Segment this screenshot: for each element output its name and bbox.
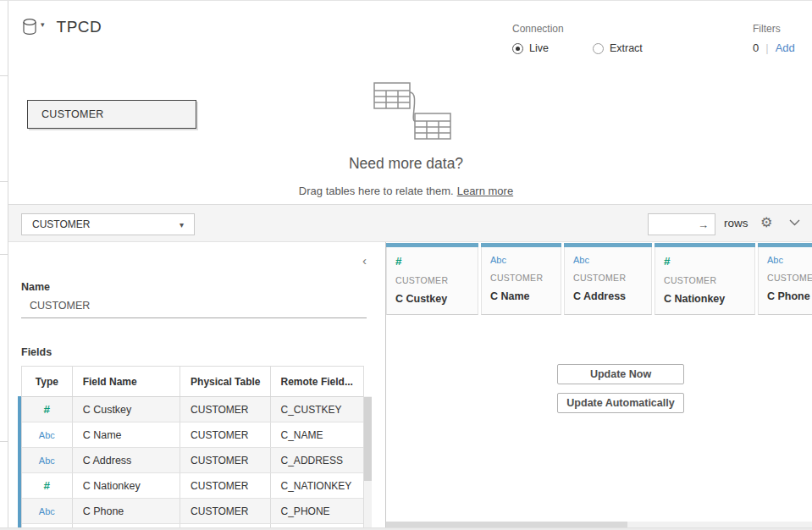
- physical-table-cell: CUSTOMER: [180, 397, 270, 422]
- rows-count-input[interactable]: [649, 215, 694, 234]
- string-type-icon: Abc: [767, 255, 812, 265]
- collapse-grid-chevron-icon[interactable]: [789, 219, 800, 226]
- grid-column-c-nationkey[interactable]: # CUSTOMER C Nationkey: [655, 243, 755, 315]
- empty-state-title: Need more data?: [0, 155, 812, 173]
- col-header-field-name[interactable]: Field Name: [73, 367, 180, 396]
- column-table-label: CUSTOMER: [767, 273, 812, 283]
- column-table-label: CUSTOMER: [395, 275, 478, 285]
- grid-column-c-address[interactable]: Abc CUSTOMER C Address: [564, 243, 652, 315]
- col-header-physical-table[interactable]: Physical Table: [180, 367, 270, 396]
- table-row[interactable]: # C Custkey CUSTOMER C_CUSTKEY: [22, 397, 363, 422]
- gutter-divider: [0, 441, 8, 442]
- learn-more-link[interactable]: Learn more: [457, 185, 513, 197]
- database-icon[interactable]: [22, 18, 39, 36]
- number-type-icon: #: [44, 479, 51, 492]
- column-table-label: CUSTOMER: [664, 275, 754, 285]
- gutter-divider: [0, 181, 8, 182]
- number-type-icon: #: [664, 255, 754, 268]
- table-row[interactable]: # C Nationkey CUSTOMER C_NATIONKEY: [22, 473, 363, 499]
- remote-field-cell: C_PHONE: [271, 499, 363, 523]
- grid-column-c-custkey[interactable]: # CUSTOMER C Custkey: [386, 243, 478, 315]
- radio-extract-circle[interactable]: [593, 43, 604, 54]
- table-name-field[interactable]: CUSTOMER: [21, 295, 367, 318]
- fields-scrollbar-thumb[interactable]: [364, 397, 372, 481]
- fields-table: Type Field Name Physical Table Remote Fi…: [21, 366, 364, 530]
- database-menu-caret-icon[interactable]: ▾: [41, 20, 45, 29]
- left-pane-edge[interactable]: [0, 1, 8, 530]
- number-type-icon: #: [44, 403, 51, 416]
- physical-table-cell: CUSTOMER: [180, 499, 270, 523]
- grid-hscrollbar-track[interactable]: [627, 522, 812, 527]
- grid-column-c-name[interactable]: Abc CUSTOMER C Name: [481, 243, 561, 315]
- datasource-header: ▾ TPCD: [22, 18, 102, 36]
- remote-field-cell: C_NATIONKEY: [271, 473, 363, 498]
- rows-label: rows: [724, 217, 748, 229]
- table-selector-value: CUSTOMER: [32, 218, 90, 230]
- field-name-cell[interactable]: C Address: [73, 448, 180, 472]
- filters-add-link[interactable]: Add: [776, 41, 795, 54]
- filters-count: 0: [753, 41, 759, 54]
- column-field-name[interactable]: C Nationkey: [664, 293, 754, 305]
- table-row[interactable]: Abc C Address CUSTOMER C_ADDRESS: [22, 448, 363, 473]
- filters-group: Filters 0 | Add: [753, 23, 795, 54]
- string-type-icon: Abc: [39, 430, 55, 440]
- rows-limit-box: →: [648, 213, 715, 235]
- datasource-page: ▾ TPCD Connection Live Extract Filters 0…: [0, 0, 812, 530]
- update-now-button[interactable]: Update Now: [557, 364, 684, 384]
- physical-table-cell: CUSTOMER: [180, 448, 270, 472]
- string-type-icon: Abc: [39, 506, 55, 516]
- filters-separator: |: [765, 41, 768, 54]
- grid-column-c-phone[interactable]: Abc CUSTOMER C Phone: [758, 243, 812, 315]
- connection-group: Connection Live Extract: [512, 23, 687, 54]
- number-type-icon: #: [395, 255, 478, 268]
- string-type-icon: Abc: [39, 455, 55, 466]
- table-selector-dropdown[interactable]: CUSTOMER ▾: [21, 213, 195, 235]
- field-name-cell[interactable]: C Custkey: [73, 397, 180, 422]
- string-type-icon: Abc: [490, 255, 561, 265]
- column-field-name[interactable]: C Phone: [767, 290, 812, 302]
- radio-live-circle[interactable]: [512, 43, 523, 54]
- fields-label: Fields: [21, 346, 52, 358]
- radio-live[interactable]: Live: [512, 42, 549, 54]
- connection-label: Connection: [512, 23, 687, 35]
- gutter-divider: [0, 75, 8, 76]
- physical-table-cell: CUSTOMER: [180, 473, 270, 498]
- col-header-remote-field[interactable]: Remote Field...: [271, 367, 363, 396]
- column-field-name[interactable]: C Name: [490, 290, 561, 302]
- rows-go-arrow-icon[interactable]: →: [698, 218, 709, 231]
- table-details-toolbar: CUSTOMER ▾ → rows ⚙: [8, 204, 812, 242]
- field-name-cell[interactable]: C Nationkey: [73, 473, 180, 498]
- radio-extract-label: Extract: [610, 42, 643, 54]
- physical-table-cell: CUSTOMER: [180, 422, 270, 447]
- canvas-table-node-customer[interactable]: CUSTOMER: [27, 100, 196, 129]
- empty-state-hint-text: Drag tables here to relate them.: [299, 185, 454, 197]
- col-header-type[interactable]: Type: [22, 367, 73, 396]
- field-name-cell[interactable]: C Phone: [73, 499, 180, 523]
- table-row[interactable]: Abc C Phone CUSTOMER C_PHONE: [22, 499, 363, 524]
- column-field-name[interactable]: C Address: [573, 290, 651, 302]
- fields-selection-accent: [18, 396, 21, 530]
- table-row[interactable]: Abc C Name CUSTOMER C_NAME: [22, 422, 363, 448]
- column-table-label: CUSTOMER: [490, 273, 561, 283]
- column-field-name[interactable]: C Custkey: [395, 293, 478, 305]
- fields-table-header: Type Field Name Physical Table Remote Fi…: [22, 367, 363, 397]
- update-automatically-button[interactable]: Update Automatically: [557, 393, 684, 413]
- column-table-label: CUSTOMER: [573, 273, 651, 283]
- string-type-icon: Abc: [573, 255, 651, 265]
- grid-hscrollbar-thumb[interactable]: [386, 522, 627, 527]
- dropdown-caret-icon: ▾: [180, 220, 184, 229]
- name-label: Name: [21, 281, 50, 293]
- radio-live-label: Live: [529, 42, 549, 54]
- filters-label: Filters: [753, 23, 795, 35]
- remote-field-cell: C_CUSTKEY: [271, 397, 363, 422]
- datasource-title[interactable]: TPCD: [57, 18, 102, 36]
- empty-state-hint: Drag tables here to relate them.Learn mo…: [0, 185, 812, 197]
- radio-extract[interactable]: Extract: [593, 42, 643, 54]
- remote-field-cell: C_ADDRESS: [271, 448, 363, 472]
- gutter-divider: [0, 254, 8, 255]
- grid-settings-gear-icon[interactable]: ⚙: [760, 214, 772, 230]
- field-name-cell[interactable]: C Name: [73, 422, 180, 447]
- remote-field-cell: C_NAME: [271, 422, 363, 447]
- relate-tables-illustration-icon: [367, 81, 452, 142]
- collapse-panel-icon[interactable]: ‹: [362, 253, 367, 268]
